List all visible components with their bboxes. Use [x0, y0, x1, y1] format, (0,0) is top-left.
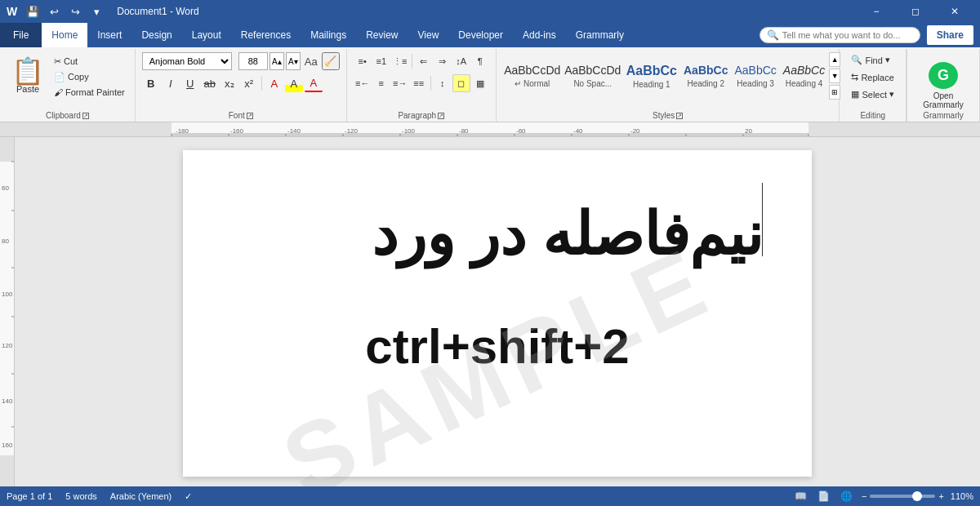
styles-up-arrow[interactable]: ▲ [829, 52, 840, 67]
styles-expander[interactable]: ↗ [676, 113, 683, 119]
align-left[interactable]: ≡← [354, 74, 372, 92]
select-icon: ▦ [851, 89, 859, 100]
style-normal[interactable]: AaBbCcDd ↵ Normal [503, 52, 562, 100]
decrease-indent[interactable]: ⇐ [415, 52, 433, 70]
document-page[interactable]: نیم‌فاصله در ورد ctrl+shift+2 SAMPLE [183, 150, 812, 477]
style-heading4[interactable]: AaBbCc Heading 4 [781, 52, 827, 100]
clear-formatting-button[interactable]: 🧹 [322, 52, 340, 70]
find-button[interactable]: 🔍 Find ▾ [846, 52, 894, 68]
styles-more-button[interactable]: ⊞ [829, 85, 840, 100]
style-heading2[interactable]: AaBbCc Heading 2 [681, 52, 730, 100]
text-effects-button[interactable]: A [265, 74, 283, 92]
line-spacing[interactable]: ↕ [434, 74, 452, 92]
para-row2: ≡← ≡ ≡→ ≡≡ ↕ ◻ ▦ [354, 74, 489, 92]
qat-customize[interactable]: ▾ [87, 2, 105, 20]
web-view-button[interactable]: 🌐 [839, 488, 855, 504]
show-marks-button[interactable]: ¶ [471, 52, 489, 70]
menu-file[interactable]: File [0, 23, 42, 47]
font-size-input[interactable] [238, 52, 268, 70]
zoom-out-icon[interactable]: − [862, 491, 866, 501]
style-h2-label: Heading 2 [687, 79, 724, 88]
italic-button[interactable]: I [162, 74, 180, 92]
font-expander[interactable]: ↗ [247, 113, 253, 119]
zoom-track[interactable] [870, 495, 935, 498]
restore-button[interactable]: ◻ [897, 0, 934, 23]
menu-home[interactable]: Home [42, 23, 87, 47]
justify[interactable]: ≡≡ [410, 74, 428, 92]
numbering-button[interactable]: ≡1 [372, 52, 390, 70]
svg-text:-80: -80 [459, 127, 469, 135]
zoom-slider[interactable]: − + [862, 491, 944, 501]
sort-button[interactable]: ↕A [452, 52, 470, 70]
open-grammarly-button[interactable]: G OpenGrammarly [915, 62, 972, 109]
copy-button[interactable]: 📄 Copy [51, 69, 128, 84]
align-right[interactable]: ≡→ [391, 74, 409, 92]
paragraph-label: Paragraph ↗ [347, 111, 496, 120]
menu-view[interactable]: View [408, 23, 449, 47]
shortcut-text[interactable]: ctrl+shift+2 [232, 318, 763, 375]
menu-layout[interactable]: Layout [182, 23, 231, 47]
menu-developer[interactable]: Developer [448, 23, 513, 47]
replace-button[interactable]: ⇆ Replace [846, 69, 898, 85]
cut-button[interactable]: ✂ Cut [51, 54, 128, 69]
share-button[interactable]: Share [927, 25, 973, 45]
font-size-decrease[interactable]: A▾ [286, 52, 301, 70]
shading-button[interactable]: ◻ [452, 74, 470, 92]
paste-button[interactable]: 📋 Paste [7, 52, 49, 100]
menu-mailings[interactable]: Mailings [301, 23, 356, 47]
increase-indent[interactable]: ⇒ [434, 52, 452, 70]
grammarly-content: G OpenGrammarly [915, 52, 972, 118]
read-view-button[interactable]: 📖 [793, 488, 809, 504]
format-painter-button[interactable]: 🖌 Format Painter [51, 85, 128, 100]
menu-references[interactable]: References [231, 23, 301, 47]
qat-redo[interactable]: ↪ [66, 2, 84, 20]
style-nospace[interactable]: AaBbCcDd No Spac... [564, 52, 622, 100]
qat-undo[interactable]: ↩ [45, 2, 63, 20]
svg-text:120: 120 [2, 342, 13, 349]
select-button[interactable]: ▦ Select ▾ [846, 87, 899, 102]
font-size-increase[interactable]: A▴ [270, 52, 284, 70]
arabic-text[interactable]: نیم‌فاصله در ورد [232, 199, 763, 269]
menu-addins[interactable]: Add-ins [513, 23, 566, 47]
menu-grammarly[interactable]: Grammarly [566, 23, 634, 47]
font-name-select[interactable]: Anjoman Bold [142, 52, 232, 70]
paste-icon: 📋 [11, 58, 44, 84]
font-color-button[interactable]: A [305, 74, 323, 92]
title-text: Document1 - Word [117, 6, 198, 17]
styles-scroll: ▲ ▼ ⊞ [829, 52, 840, 100]
find-icon: 🔍 [851, 55, 862, 65]
para-sep1 [412, 54, 412, 69]
styles-group: AaBbCcDd ↵ Normal AaBbCcDd No Spac... Aa… [497, 49, 840, 122]
highlight-button[interactable]: A [285, 74, 303, 92]
menu-insert[interactable]: Insert [87, 23, 131, 47]
bold-button[interactable]: B [142, 74, 160, 92]
style-nospace-preview: AaBbCcDd [564, 64, 621, 78]
paragraph-expander[interactable]: ↗ [438, 113, 444, 119]
zoom-in-icon[interactable]: + [938, 491, 943, 501]
styles-down-arrow[interactable]: ▼ [829, 69, 840, 83]
superscript-button[interactable]: x² [240, 74, 258, 92]
print-view-button[interactable]: 📄 [816, 488, 832, 504]
tell-me-input[interactable] [782, 30, 913, 40]
strikethrough-button[interactable]: ab [201, 74, 219, 92]
style-heading1[interactable]: AaBbCc Heading 1 [624, 52, 679, 100]
align-center[interactable]: ≡ [372, 74, 390, 92]
style-heading3[interactable]: AaBbCc Heading 3 [732, 52, 778, 100]
multilevel-button[interactable]: ⋮≡ [391, 52, 409, 70]
ribbon: 📋 Paste ✂ Cut 📄 Copy 🖌 Format Painter [0, 47, 980, 122]
qat-save[interactable]: 💾 [24, 2, 42, 20]
clipboard-small-buttons: ✂ Cut 📄 Copy 🖌 Format Painter [51, 54, 128, 100]
bullets-button[interactable]: ≡• [354, 52, 372, 70]
find-dropdown-icon: ▾ [885, 55, 890, 65]
tell-me-box[interactable]: 🔍 [760, 27, 920, 43]
clipboard-expander[interactable]: ↗ [82, 113, 89, 119]
underline-button[interactable]: U [181, 74, 199, 92]
borders-button[interactable]: ▦ [471, 74, 489, 92]
style-nospace-label: No Spac... [573, 79, 612, 88]
close-button[interactable]: ✕ [936, 0, 973, 23]
minimize-button[interactable]: − [858, 0, 895, 23]
menu-design[interactable]: Design [131, 23, 181, 47]
change-case-button[interactable]: Aa [302, 52, 320, 70]
menu-review[interactable]: Review [356, 23, 408, 47]
subscript-button[interactable]: x₂ [220, 74, 238, 92]
